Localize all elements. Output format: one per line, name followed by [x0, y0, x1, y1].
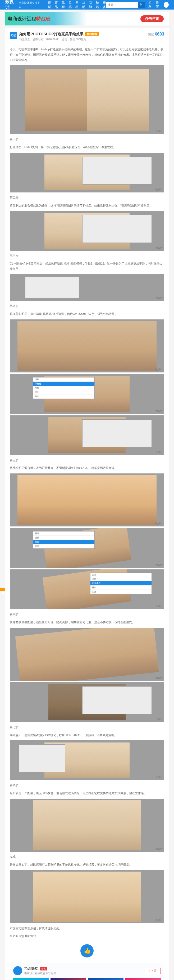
nav-tutorial[interactable]: 教程 [62, 0, 65, 9]
ps-dialog-icon [82, 419, 152, 447]
ps-panel-icon [19, 745, 65, 772]
work-thumb[interactable] [88, 978, 123, 980]
step6-title: 第六步 [10, 612, 164, 617]
user-area: 消息 设置 [148, 1, 169, 9]
banner-highlight: 特战班 [36, 16, 51, 22]
step3-image: 致设计 [10, 274, 164, 301]
disclaimer: 本文由巧匠课堂原创，转载请注明出处。 [10, 926, 164, 931]
author-avatar-icon[interactable] [13, 966, 22, 975]
ps-dialog-icon [82, 215, 152, 243]
nav-job[interactable]: 招聘 [96, 0, 99, 9]
user-avatar-icon[interactable] [164, 2, 169, 8]
author-logo-icon[interactable]: 巧匠 [10, 32, 17, 39]
step4-text: 再次盖印图层，执行滤镜-风格化-查找边缘，然后Ctrl+Shift+U去色，得到… [10, 312, 164, 317]
ps-curves-icon [82, 686, 152, 714]
step5-title: 第五步 [10, 458, 164, 463]
step8-image: 致设计 [10, 799, 164, 852]
meta-time: 发布时间：2016-06-03 [33, 38, 59, 41]
step1-image: 致设计 [10, 153, 164, 192]
banner-cta[interactable]: 点击咨询 [141, 15, 164, 22]
search-wrap: 🔍 [106, 2, 145, 8]
intro-text: 今天，巧匠课堂带来Photoshop打造完美手绘效果的教程。这是一个非常实用的技… [10, 47, 164, 62]
step2-title: 第二步 [10, 195, 164, 200]
author-works [13, 978, 161, 980]
work-thumb[interactable] [51, 978, 86, 980]
nav-resource[interactable]: 素材 [75, 0, 79, 9]
hero-compare-image: 致设计 [10, 65, 164, 134]
author-desc: 电商设计在线教育领导品牌 [24, 972, 56, 975]
title-row: 巧匠 如何用PHOTOSHOP打造完美手绘效果 教程推荐 巧匠课堂 发布时间：2… [10, 32, 164, 44]
ps-dialog-icon [82, 157, 152, 185]
meta-category[interactable]: 分类：教程 / PS教程 [62, 38, 86, 41]
top-header: 致设计 电商设计师交流平台 首页 作品 教程 灵感 素材 活动 访谈 招聘 更多… [0, 0, 174, 10]
step9-text: 最终效果如下，对比原图可以看到明显的手绘风格变化。感谢观看，更多教程请关注巧匠课… [10, 862, 164, 868]
step3-title: 第三步 [10, 253, 164, 259]
recommend-badge: 教程推荐 [85, 32, 99, 36]
search-input[interactable] [106, 2, 138, 8]
follow-button[interactable]: + 关注 [145, 968, 161, 974]
step7-image: 致设计 [10, 740, 164, 780]
feedback-tab[interactable]: 意见反馈 [0, 588, 5, 591]
author-name[interactable]: 巧匠课堂 [24, 966, 38, 970]
msg-link[interactable]: 消息 [148, 1, 153, 9]
nav-inspiration[interactable]: 灵感 [68, 0, 72, 9]
site-tagline: 电商设计师交流平台 [19, 1, 40, 8]
step4-image-c: 致设计 [10, 415, 164, 455]
step6-image: 致设计 [10, 628, 164, 681]
promo-banner[interactable]: 电商设计远程 特战班 点击咨询 [5, 12, 169, 25]
step4-title: 第四步 [10, 304, 164, 309]
article-meta: 巧匠课堂 发布时间：2016-06-03 分类：教程 / PS教程 [19, 38, 146, 41]
step5-image-b: 图像调整曲线色阶 致设计 [10, 528, 164, 568]
view-number: 6603 [155, 32, 164, 36]
step8-title: 第八步 [10, 783, 164, 788]
step9-title: 完成 [10, 854, 164, 860]
copyright-line: © 巧匠课堂 版权所有 [10, 934, 164, 939]
nav-event[interactable]: 活动 [82, 0, 85, 9]
work-thumb[interactable] [125, 978, 161, 980]
step1-text: 打开原图，Ctrl+J复制一层，执行滤镜-其他-高反差保留，半径设置为10像素左… [10, 145, 164, 150]
banner-text: 电商设计远程 [8, 16, 36, 22]
like-section: 👍 [10, 944, 164, 958]
article-title: 如何用PHOTOSHOP打造完美手绘效果 [19, 32, 84, 37]
step4-image-b: 滤镜风格化模糊扭曲锐化 致设计 [10, 374, 164, 414]
nav-home[interactable]: 首页 [48, 0, 51, 9]
step7-text: 继续盖印，使用滤镜-锐化-USM锐化，数量80%，半径1.5，阈值3。让整体更清… [10, 733, 164, 738]
step5-image-c: 正常溶解正片叠底叠加柔光 致设计 [10, 570, 164, 609]
step4-image: 致设计 [10, 320, 164, 372]
like-button[interactable]: 👍 [81, 944, 93, 958]
ps-menu-icon: 图像调整曲线色阶 [33, 531, 95, 549]
step6-image-b: 致设计 [10, 682, 164, 722]
step5-image: 致设计 [10, 473, 164, 527]
step3-text: Ctrl+Shift+Alt+E盖印图层，然后执行滤镜-模糊-表面模糊，半径5，… [10, 261, 164, 272]
work-thumb[interactable] [13, 978, 49, 980]
ps-submenu-icon: 正常溶解正片叠底叠加柔光 [90, 573, 152, 594]
site-logo[interactable]: 致设计 [5, 0, 17, 10]
article-container: 巧匠 如何用PHOTOSHOP打造完美手绘效果 教程推荐 巧匠课堂 发布时间：2… [5, 28, 169, 980]
watermark: 致设计 [155, 130, 163, 133]
author-badge: 官方 [40, 967, 47, 970]
main-nav: 首页 作品 教程 灵感 素材 活动 访谈 招聘 更多 [48, 0, 106, 9]
step1-title: 第一步 [10, 137, 164, 142]
view-count: 浏览 6603 [148, 32, 164, 37]
step8-text: 最后新建一个图层，填充50%灰色，混合模式改为柔光，用黑白画笔在需要的地方加深减… [10, 791, 164, 796]
author-card: 巧匠课堂 官方 电商设计在线教育领导品牌 + 关注 [10, 963, 164, 980]
nav-works[interactable]: 作品 [55, 0, 58, 9]
nav-more[interactable]: 更多 [103, 0, 106, 9]
step2-image: 致设计 [10, 211, 164, 251]
final-image: 致设计 [10, 870, 164, 923]
ps-panel-icon [25, 277, 79, 298]
meta-author[interactable]: 巧匠课堂 [19, 38, 30, 41]
search-button[interactable]: 🔍 [138, 2, 145, 8]
step2-text: 将复制层的混合模式改为叠加，这样可以增强图片的细节和锐度。如果觉得效果太强，可以… [10, 203, 164, 208]
ps-menu-icon: 滤镜风格化模糊扭曲锐化 [33, 377, 95, 399]
settings-link[interactable]: 设置 [156, 1, 161, 9]
step7-title: 第七步 [10, 725, 164, 730]
nav-interview[interactable]: 访谈 [89, 0, 92, 9]
step6-text: 新建曲线调整图层，适当压暗暗部，提亮亮部，增加画面对比度。注意不要过度，保持画面… [10, 620, 164, 625]
step5-text: 将线稿图层混合模式改为正片叠底，不透明度调整到40%左右，根据实际效果微调。 [10, 466, 164, 471]
